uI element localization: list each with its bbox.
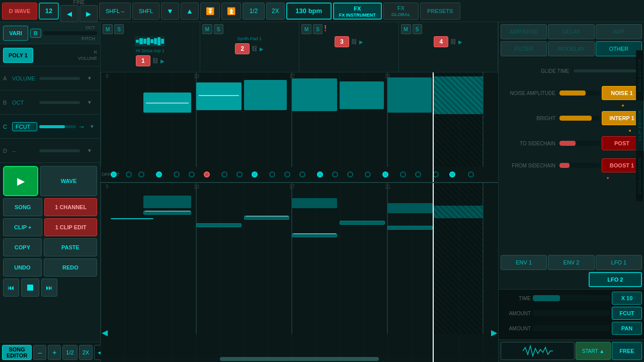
- ch2-mute-button[interactable]: M: [202, 24, 212, 34]
- clip-editor-side-label[interactable]: CLIP EDITOR: [636, 101, 644, 151]
- modelay-button[interactable]: MODELAY: [548, 41, 594, 56]
- down-icon-button[interactable]: ▼: [161, 3, 179, 20]
- minus-button[interactable]: –: [33, 345, 46, 360]
- offset-dot-11[interactable]: [284, 171, 290, 177]
- free-button[interactable]: FREE: [612, 342, 642, 360]
- ch1-number-button[interactable]: 1: [136, 55, 150, 66]
- fcut-bar[interactable]: [533, 310, 610, 316]
- offset-dot-4[interactable]: [156, 171, 162, 177]
- visualization-side-label[interactable]: VISUALIZATION: [636, 151, 644, 201]
- lfo2-button[interactable]: LFO 2: [589, 272, 642, 287]
- offset-dot-8[interactable]: [236, 171, 243, 177]
- stop-button[interactable]: [21, 279, 39, 297]
- ch4-arrow-right[interactable]: ▶: [458, 39, 462, 45]
- assign-a-slider[interactable]: [39, 77, 80, 80]
- assign-d-slider[interactable]: [39, 149, 80, 152]
- up-double-button[interactable]: ⏫: [221, 3, 241, 20]
- up-icon-button[interactable]: ▲: [181, 3, 199, 20]
- delay-button[interactable]: DELAY: [548, 24, 594, 39]
- presets-button[interactable]: PRESETS: [420, 3, 460, 20]
- twox-bottom-button[interactable]: 2X: [79, 345, 93, 360]
- offset-dot-18[interactable]: [400, 171, 406, 177]
- offset-dot-3[interactable]: [138, 171, 144, 177]
- offset-dot-21[interactable]: [449, 171, 455, 177]
- offset-dot-2[interactable]: [126, 171, 132, 177]
- offset-dot-10[interactable]: [269, 171, 275, 177]
- ch2-solo-button[interactable]: S: [214, 24, 223, 34]
- ch4-number-button[interactable]: 4: [434, 36, 448, 47]
- bright-slider[interactable]: [559, 116, 600, 121]
- ch2-arrow-right[interactable]: ▶: [260, 46, 264, 52]
- fcut-button[interactable]: FCUT: [612, 307, 642, 320]
- song-button[interactable]: SONG: [3, 198, 42, 216]
- assign-c-slider[interactable]: [39, 125, 76, 128]
- fx-instrument-button[interactable]: FXFX INSTRUMENT: [333, 3, 382, 20]
- twox-button[interactable]: 2X: [266, 3, 285, 20]
- offset-dot-12[interactable]: [299, 171, 305, 177]
- clip-plus-button[interactable]: CLIP +: [3, 218, 42, 236]
- env2-button[interactable]: ENV 2: [548, 255, 594, 270]
- vari-button[interactable]: VARI: [3, 26, 28, 41]
- noise-slider[interactable]: [559, 90, 600, 96]
- assign-b-slider[interactable]: [39, 101, 80, 104]
- filter-button[interactable]: FILTER: [501, 41, 547, 56]
- other-button[interactable]: OTHER: [596, 41, 642, 56]
- play-button[interactable]: ▶: [3, 166, 38, 196]
- seq-scrollbar[interactable]: [101, 357, 498, 361]
- from-sidechain-slider[interactable]: [559, 163, 600, 168]
- clip-edit-button[interactable]: 1 CLIP EDIT: [44, 218, 97, 236]
- lfo1-button[interactable]: LFO 1: [596, 255, 642, 270]
- num-display[interactable]: 12: [39, 3, 59, 20]
- offset-dot-17[interactable]: [382, 171, 388, 177]
- start-button[interactable]: START ▲: [576, 342, 611, 360]
- half-bottom-button[interactable]: 1/2: [62, 345, 77, 360]
- plus-button[interactable]: +: [48, 345, 61, 360]
- offset-dot-15[interactable]: [347, 171, 353, 177]
- shfl2-button[interactable]: SHFL: [132, 3, 159, 20]
- ch4-solo-button[interactable]: S: [413, 24, 422, 34]
- offset-dot-16[interactable]: [365, 171, 371, 177]
- arrow-left-button[interactable]: ◀: [60, 5, 78, 22]
- song-editor-side-label[interactable]: SONG EDITOR: [636, 50, 644, 101]
- ch3-solo-button[interactable]: S: [313, 24, 323, 34]
- down-double-button[interactable]: ⏬: [200, 3, 220, 20]
- ch1-mute-button[interactable]: M: [103, 24, 113, 34]
- pan-button[interactable]: PAN: [612, 322, 642, 335]
- song-editor-button[interactable]: SONG EDITOR: [2, 345, 32, 360]
- seq-nav-right[interactable]: ▶: [491, 328, 497, 337]
- offset-dot-13[interactable]: [317, 171, 323, 177]
- channel-button[interactable]: 1 CHANNEL: [44, 198, 97, 216]
- ch1-solo-button[interactable]: S: [114, 24, 124, 34]
- offset-dot-5[interactable]: [174, 171, 180, 177]
- offset-dot-1[interactable]: [111, 171, 117, 177]
- seq-scrollbar-thumb[interactable]: [220, 357, 379, 361]
- to-sidechain-slider[interactable]: [559, 141, 600, 146]
- poly-button[interactable]: POLY 1: [3, 48, 33, 63]
- pan-bar[interactable]: [533, 325, 610, 331]
- wave-button[interactable]: D WAVE: [2, 3, 37, 20]
- amp-send-button[interactable]: AMP/SEND: [501, 24, 547, 39]
- x10-button[interactable]: X 10: [612, 292, 642, 305]
- bpm-button[interactable]: 130 bpm: [286, 3, 332, 20]
- half-button[interactable]: 1/2: [243, 3, 265, 20]
- copy-button[interactable]: COPY: [3, 238, 42, 256]
- arrow-right-button[interactable]: ▶: [79, 5, 98, 22]
- ch2-number-button[interactable]: 2: [235, 43, 250, 54]
- ch3-arrow-right[interactable]: ▶: [359, 39, 363, 45]
- ch3-number-button[interactable]: 3: [335, 36, 349, 47]
- offset-dot-7[interactable]: [221, 171, 227, 177]
- offset-dot-9[interactable]: [252, 171, 258, 177]
- offset-dot-6[interactable]: [189, 171, 195, 177]
- ch1-arrow-right[interactable]: ▶: [160, 58, 165, 64]
- redo-button[interactable]: REDO: [44, 258, 97, 277]
- pitch-slider[interactable]: OCT PITCH: [43, 31, 97, 35]
- undo-button[interactable]: UNDO: [3, 258, 42, 277]
- ch3-mute-button[interactable]: M: [301, 24, 311, 34]
- offset-dot-red[interactable]: [204, 171, 210, 177]
- seq-nav-left[interactable]: ◀: [102, 328, 108, 337]
- shfl-button[interactable]: SHFL –: [99, 3, 131, 20]
- env1-button[interactable]: ENV 1: [501, 255, 547, 270]
- offset-dot-19[interactable]: [415, 171, 421, 177]
- offset-dot-22[interactable]: [468, 171, 474, 177]
- paste-button[interactable]: PASTE: [44, 238, 97, 256]
